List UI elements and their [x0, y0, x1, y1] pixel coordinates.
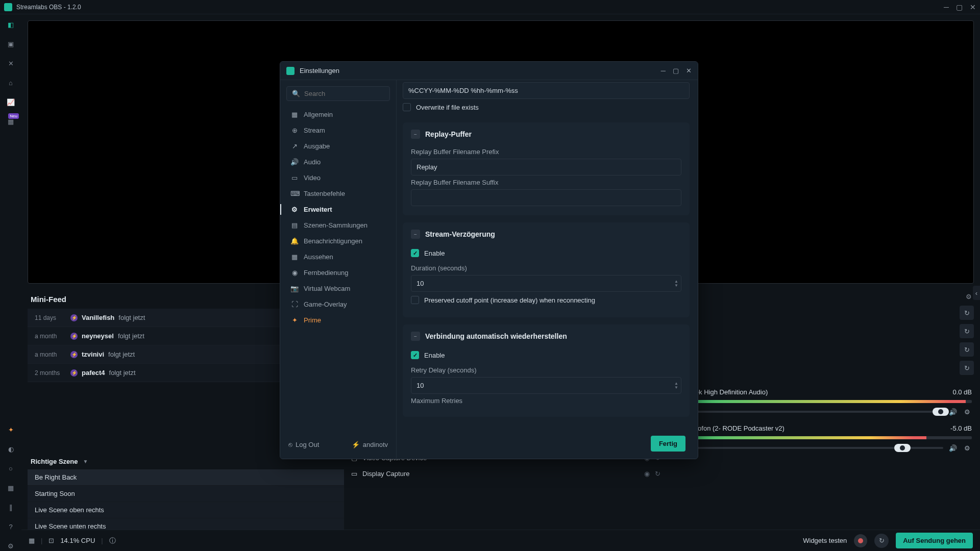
replay-suffix-label: Replay Buffer Filename Suffix	[411, 176, 681, 189]
remote-icon: ◉	[290, 269, 299, 277]
section-collapse-button[interactable]: −	[411, 230, 420, 239]
replay-button[interactable]: ↻	[874, 534, 889, 548]
window-maximize-button[interactable]: ▢	[956, 4, 963, 11]
volume-slider[interactable]	[670, 447, 943, 449]
sidebar-footer: ⎋ Log Out ⚡ andinotv	[286, 437, 390, 453]
dashboard-icon[interactable]: ▦	[6, 483, 16, 493]
gears-icon: ⚙	[290, 206, 299, 213]
nav-virtual-webcam[interactable]: 📷Virtual Webcam	[286, 281, 390, 296]
preserved-cutoff-checkbox[interactable]	[411, 296, 419, 304]
volume-slider[interactable]	[670, 411, 943, 413]
nav-advanced[interactable]: ⚙Erweitert	[286, 202, 390, 217]
refresh-button[interactable]: ↻	[960, 342, 974, 357]
nav-game-overlay[interactable]: ⛶Game-Overlay	[286, 297, 390, 312]
nav-output[interactable]: ↗Ausgabe	[286, 139, 390, 154]
nav-prime[interactable]: ✦Prime	[286, 313, 390, 328]
nav-notifications[interactable]: 🔔Benachrichtigungen	[286, 234, 390, 248]
done-button[interactable]: Fertig	[651, 436, 685, 452]
window-minimize-button[interactable]: ─	[944, 4, 949, 11]
nav-hotkeys[interactable]: ⌨Tastenbefehle	[286, 186, 390, 201]
speaker-icon: 🔊	[290, 158, 299, 166]
replay-prefix-label: Replay Buffer Filename Prefix	[411, 145, 681, 159]
settings-content[interactable]: Overwrite if file exists − Replay-Puffer…	[397, 80, 698, 459]
prime-icon: ✦	[290, 316, 299, 324]
nav-video[interactable]: ▭Video	[286, 170, 390, 185]
mixer-track: er (Realtek High Definition Audio) 0.0 d…	[668, 384, 974, 420]
modal-minimize-button[interactable]: ─	[661, 67, 666, 74]
visibility-icon[interactable]: ◉	[644, 470, 650, 478]
nav-general[interactable]: ▦Allgemein	[286, 107, 390, 122]
vu-meter	[670, 436, 972, 439]
replay-prefix-input[interactable]	[411, 159, 681, 176]
replay-suffix-input[interactable]	[411, 189, 681, 206]
record-button[interactable]	[854, 534, 867, 547]
test-widgets-link[interactable]: Widgets testen	[803, 537, 847, 544]
collection-icon: ▤	[290, 221, 299, 229]
editor-tab-icon[interactable]: ◧	[6, 19, 16, 30]
settings-modal: Einstellungen ─ ▢ ✕ 🔍 ▦Allgemein ⊕Stream…	[280, 61, 698, 459]
themes-tab-icon[interactable]: ✕	[6, 58, 16, 68]
track-settings-icon[interactable]: ⚙	[963, 443, 972, 453]
display-icon: ▭	[351, 470, 357, 478]
filename-format-input[interactable]	[403, 82, 690, 99]
search-input[interactable]	[304, 90, 390, 97]
retry-delay-input[interactable]	[411, 377, 681, 394]
section-collapse-button[interactable]: −	[411, 130, 420, 139]
twitch-icon: ⚡	[70, 351, 78, 358]
audio-mixer: er (Realtek High Definition Audio) 0.0 d…	[668, 380, 974, 461]
refresh-button[interactable]: ↻	[960, 361, 974, 375]
number-spinner[interactable]: ▲▼	[674, 382, 678, 390]
scene-item[interactable]: Starting Soon	[28, 486, 344, 502]
duration-input[interactable]	[411, 275, 681, 292]
overwrite-checkbox[interactable]	[403, 103, 411, 111]
layouts-tab-icon[interactable]: ▣	[6, 39, 16, 49]
mute-icon[interactable]: 🔊	[948, 407, 958, 416]
refresh-button[interactable]: ↻	[960, 324, 974, 338]
modal-close-button[interactable]: ✕	[686, 67, 692, 74]
scene-item[interactable]: Live Scene oben rechts	[28, 502, 344, 518]
refresh-button[interactable]: ↻	[960, 306, 974, 320]
nav-audio[interactable]: 🔊Audio	[286, 155, 390, 169]
help-icon[interactable]: ?	[6, 521, 16, 532]
mute-icon[interactable]: 🔊	[948, 443, 958, 453]
nav-appearance[interactable]: ▦Aussehen	[286, 249, 390, 264]
window-close-button[interactable]: ✕	[970, 4, 976, 11]
apps-tab-icon[interactable]: ▦Neu	[6, 116, 16, 127]
stream-delay-title: Stream-Verzögerung	[425, 230, 495, 238]
info-icon[interactable]: ⓘ	[109, 536, 116, 545]
stats-icon[interactable]: ‖	[6, 502, 16, 512]
notifications-icon[interactable]: ◐	[6, 444, 16, 454]
track-settings-icon[interactable]: ⚙	[963, 407, 972, 416]
nav-remote[interactable]: ◉Fernbedienung	[286, 265, 390, 280]
go-live-button[interactable]: Auf Sendung gehen	[896, 533, 973, 548]
lock-icon[interactable]: ↻	[655, 470, 660, 478]
settings-icon[interactable]: ⚙	[6, 541, 16, 551]
search-icon: 🔍	[292, 90, 300, 97]
auto-reconnect-section: − Verbindung automatisch wiederherstelle…	[403, 324, 690, 417]
username-label: andinotv	[363, 441, 388, 448]
nav-stream[interactable]: ⊕Stream	[286, 123, 390, 138]
scenes-dropdown-icon[interactable]: ▼	[83, 459, 88, 464]
minifeed-title: Mini-Feed	[31, 295, 66, 304]
duration-label: Duration (seconds)	[411, 261, 681, 275]
vu-meter	[670, 400, 972, 403]
settings-search[interactable]: 🔍	[286, 86, 390, 101]
analytics-tab-icon[interactable]: 📈	[6, 97, 16, 107]
reconnect-enable-label: Enable	[424, 352, 445, 359]
twitch-icon: ⚡	[70, 369, 78, 377]
section-collapse-button[interactable]: −	[411, 332, 420, 341]
chat-icon[interactable]: ○	[6, 463, 16, 473]
number-spinner[interactable]: ▲▼	[674, 280, 678, 288]
prime-icon[interactable]: ✦	[6, 424, 16, 435]
mixer-settings-icon[interactable]: ⚙	[966, 293, 972, 300]
nav-scene-collections[interactable]: ▤Szenen-Sammlungen	[286, 218, 390, 233]
source-item[interactable]: ▭ Display Capture ◉↻	[344, 466, 668, 482]
logout-button[interactable]: ⎋ Log Out	[288, 441, 319, 448]
reconnect-enable-checkbox[interactable]	[411, 351, 419, 359]
stream-delay-enable-checkbox[interactable]	[411, 249, 419, 257]
scene-item[interactable]: Be Right Back	[28, 469, 344, 486]
stats-icon[interactable]: ▦	[29, 537, 35, 544]
modal-maximize-button[interactable]: ▢	[673, 67, 679, 74]
panel-expand-button[interactable]: ‹	[973, 286, 980, 300]
store-tab-icon[interactable]: ⌂	[6, 78, 16, 88]
